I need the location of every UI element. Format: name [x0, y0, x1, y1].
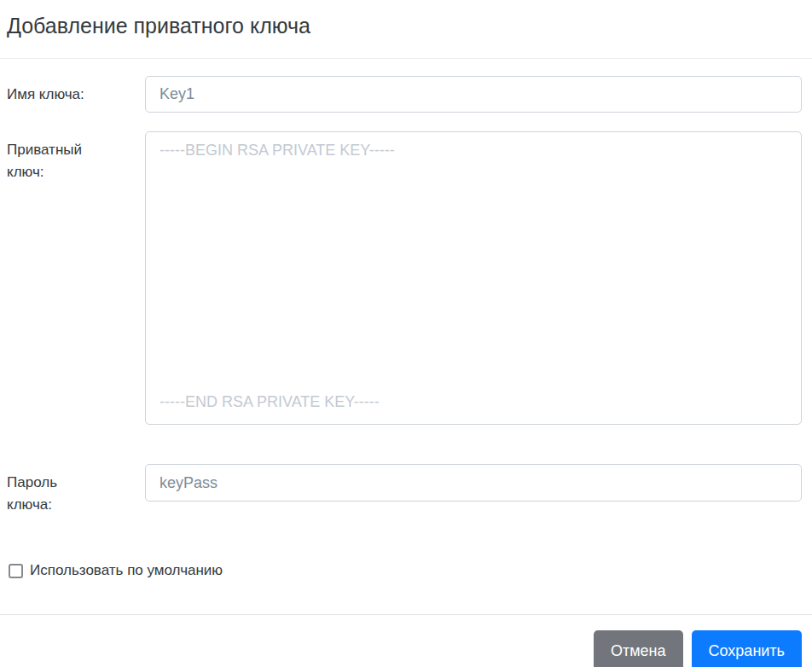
private-key-field-wrap [145, 131, 802, 425]
use-by-default-checkbox[interactable] [9, 564, 23, 578]
dialog-body: Имя ключа: Приватный ключ: Пароль ключа:… [0, 59, 812, 579]
dialog-title: Добавление приватного ключа [7, 11, 802, 40]
key-password-field-wrap [145, 464, 802, 502]
use-by-default-label[interactable]: Использовать по умолчанию [30, 562, 223, 579]
private-key-label: Приватный ключ: [7, 131, 145, 183]
save-button[interactable]: Сохранить [692, 630, 802, 667]
key-name-label: Имя ключа: [7, 76, 145, 106]
key-name-field-wrap [145, 76, 802, 113]
private-key-row: Приватный ключ: [7, 131, 802, 425]
dialog-footer: Отмена Сохранить [0, 614, 812, 667]
dialog-header: Добавление приватного ключа [0, 0, 812, 59]
key-password-row: Пароль ключа: [7, 464, 802, 516]
use-by-default-row: Использовать по умолчанию [7, 562, 802, 579]
key-name-input[interactable] [145, 76, 802, 113]
key-password-label: Пароль ключа: [7, 464, 145, 516]
add-private-key-dialog: Добавление приватного ключа Имя ключа: П… [0, 0, 812, 667]
cancel-button[interactable]: Отмена [594, 630, 683, 667]
private-key-textarea[interactable] [145, 131, 802, 425]
key-password-input[interactable] [145, 464, 802, 502]
key-name-row: Имя ключа: [7, 76, 802, 113]
